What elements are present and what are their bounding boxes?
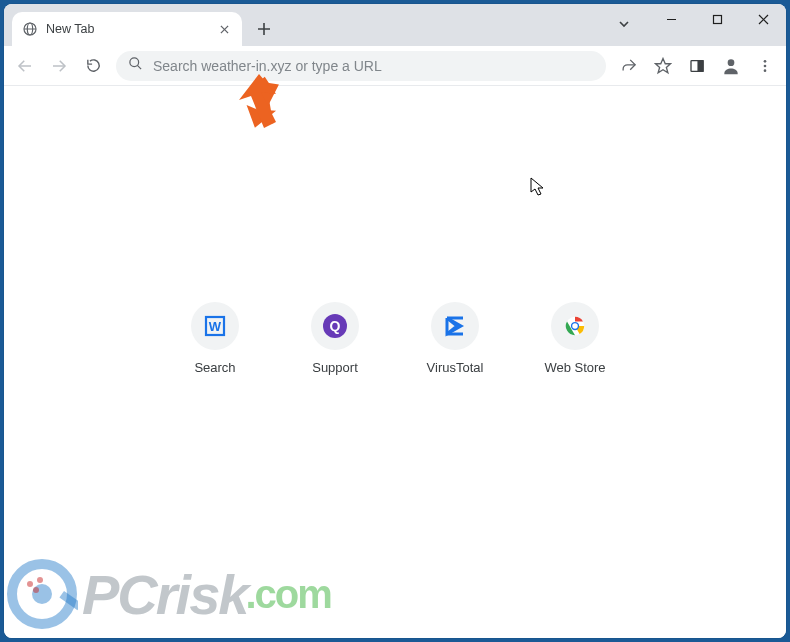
search-tile-icon: W xyxy=(191,302,239,350)
svg-point-20 xyxy=(764,60,767,63)
tabstrip: New Tab xyxy=(4,4,278,46)
shortcut-label: Web Store xyxy=(544,360,605,375)
tab-search-dropdown[interactable] xyxy=(612,12,636,36)
share-button[interactable] xyxy=(614,51,644,81)
webstore-tile-icon xyxy=(551,302,599,350)
support-tile-icon: Q xyxy=(311,302,359,350)
shortcut-search[interactable]: W Search xyxy=(169,302,261,375)
forward-button[interactable] xyxy=(44,51,74,81)
shortcut-support[interactable]: Q Support xyxy=(289,302,381,375)
new-tab-button[interactable] xyxy=(250,15,278,43)
svg-point-21 xyxy=(764,64,767,67)
page-content: W Search Q Support VirusTotal xyxy=(4,86,786,638)
shortcut-label: Support xyxy=(312,360,358,375)
svg-point-19 xyxy=(728,59,735,66)
toolbar xyxy=(4,46,786,86)
minimize-button[interactable] xyxy=(648,4,694,34)
browser-window: New Tab xyxy=(4,4,786,638)
globe-icon xyxy=(22,21,38,37)
kebab-menu-button[interactable] xyxy=(750,51,780,81)
search-icon xyxy=(128,56,143,75)
tab-close-button[interactable] xyxy=(216,21,232,37)
omnibox-input[interactable] xyxy=(153,58,594,74)
reload-button[interactable] xyxy=(78,51,108,81)
back-button[interactable] xyxy=(10,51,40,81)
tab-active[interactable]: New Tab xyxy=(12,12,242,46)
maximize-button[interactable] xyxy=(694,4,740,34)
window-controls xyxy=(648,4,786,46)
svg-text:Q: Q xyxy=(330,318,341,334)
svg-rect-8 xyxy=(713,15,721,23)
shortcut-label: VirusTotal xyxy=(427,360,484,375)
close-window-button[interactable] xyxy=(740,4,786,34)
virustotal-tile-icon xyxy=(431,302,479,350)
svg-point-13 xyxy=(130,58,139,67)
tab-title: New Tab xyxy=(46,22,208,36)
shortcut-virustotal[interactable]: VirusTotal xyxy=(409,302,501,375)
svg-point-33 xyxy=(572,323,578,329)
svg-marker-15 xyxy=(656,58,671,72)
titlebar: New Tab xyxy=(4,4,786,46)
side-panel-button[interactable] xyxy=(682,51,712,81)
shortcut-grid: W Search Q Support VirusTotal xyxy=(169,302,621,375)
svg-rect-18 xyxy=(698,60,703,71)
shortcut-webstore[interactable]: Web Store xyxy=(529,302,621,375)
shortcut-label: Search xyxy=(194,360,235,375)
profile-button[interactable] xyxy=(716,51,746,81)
svg-point-22 xyxy=(764,69,767,72)
svg-line-14 xyxy=(137,65,141,69)
bookmark-button[interactable] xyxy=(648,51,678,81)
omnibox[interactable] xyxy=(116,51,606,81)
svg-text:W: W xyxy=(209,319,222,334)
